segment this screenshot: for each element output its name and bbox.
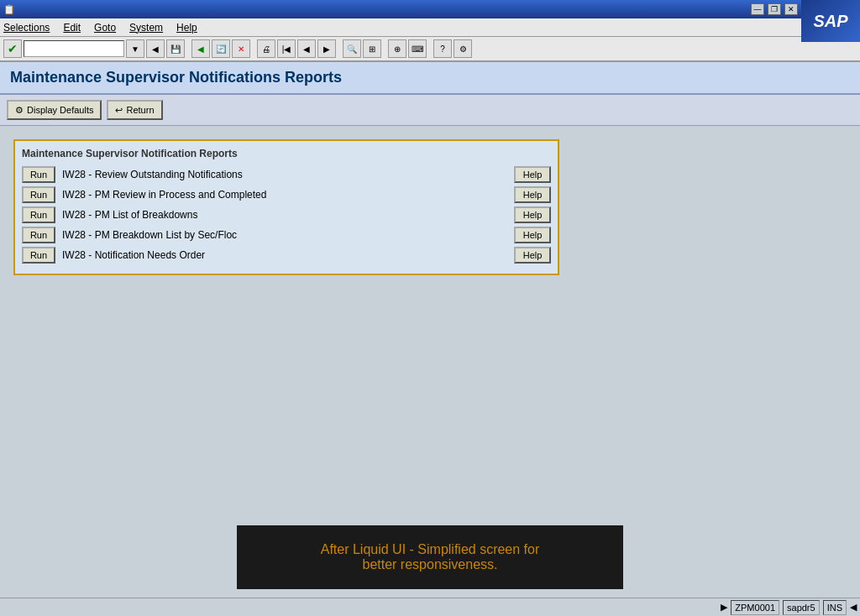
page-header: Maintenance Supervisor Notifications Rep… (0, 62, 860, 95)
title-bar: 📋 SAP — ❐ ✕ (0, 0, 860, 18)
forward-icon: 🔄 (216, 44, 226, 54)
run-button-5[interactable]: Run (22, 247, 55, 264)
status-arrow-icon: ◀ (850, 602, 857, 613)
stop-button[interactable]: ✕ (232, 39, 250, 58)
restore-button[interactable]: ❐ (768, 3, 781, 15)
save-button[interactable]: 💾 (166, 39, 185, 58)
customize-icon: ⚙ (459, 44, 467, 54)
report-container: Maintenance Supervisor Notification Repo… (13, 139, 559, 275)
report-row: RunIW28 - Review Outstanding Notificatio… (22, 166, 551, 183)
report-label-1: IW28 - Review Outstanding Notifications (62, 169, 507, 180)
check-button[interactable]: ✔ (3, 39, 22, 58)
shortcuts-icon: ⌨ (412, 44, 423, 54)
print-button[interactable]: 🖨 (257, 39, 275, 58)
new-session-icon: ⊕ (394, 44, 401, 54)
extended-search-button[interactable]: ⊞ (363, 39, 381, 58)
system-field: sapdr5 (783, 600, 820, 615)
print-icon: 🖨 (262, 44, 270, 54)
help-button-1[interactable]: Help (514, 166, 551, 183)
watermark-line2: better responsiveness. (270, 557, 590, 572)
report-row: RunIW28 - PM Review in Process and Compl… (22, 186, 551, 203)
report-label-3: IW28 - PM List of Breakdowns (62, 209, 507, 221)
check-icon: ✔ (8, 42, 18, 55)
main-content: Maintenance Supervisor Notification Repo… (0, 126, 860, 289)
first-page-button[interactable]: |◀ (277, 39, 296, 58)
dropdown-arrow-icon: ▼ (131, 44, 139, 54)
report-row: RunIW28 - PM Breakdown List by Sec/FlocH… (22, 227, 551, 243)
watermark-line1: After Liquid UI - Simplified screen for (270, 542, 590, 557)
customize-button[interactable]: ⚙ (454, 39, 472, 58)
menu-item-selections[interactable]: Selections (3, 22, 50, 34)
search-button[interactable]: 🔍 (343, 39, 361, 58)
prev-button[interactable]: ◀ (146, 39, 165, 58)
next-page-icon: ▶ (323, 44, 330, 54)
menu-item-system[interactable]: System (129, 22, 163, 34)
report-row: RunIW28 - Notification Needs OrderHelp (22, 247, 551, 264)
display-defaults-label: Display Defaults (27, 105, 93, 115)
action-bar: ⚙ Display Defaults ↩ Return (0, 95, 860, 126)
display-defaults-icon: ⚙ (15, 105, 24, 116)
report-label-4: IW28 - PM Breakdown List by Sec/Floc (62, 229, 507, 241)
return-button[interactable]: ↩ Return (107, 100, 162, 120)
status-bar: ▶ ZPM0001 sapdr5 INS ◀ (0, 598, 860, 616)
status-nav-icon: ▶ (721, 602, 727, 613)
help-button-3[interactable]: Help (514, 206, 551, 223)
command-input[interactable] (24, 40, 124, 57)
prev-page-button[interactable]: ◀ (297, 39, 316, 58)
return-icon: ↩ (115, 105, 123, 116)
shortcuts-button[interactable]: ⌨ (408, 39, 427, 58)
mode-field: INS (823, 600, 847, 615)
run-button-1[interactable]: Run (22, 166, 55, 183)
help-button-4[interactable]: Help (514, 227, 551, 243)
sap-logo-text: SAP (813, 12, 847, 31)
report-rows: RunIW28 - Review Outstanding Notificatio… (22, 166, 551, 264)
search-icon: 🔍 (347, 44, 357, 54)
close-button[interactable]: ✕ (784, 3, 798, 15)
new-session-button[interactable]: ⊕ (388, 39, 406, 58)
watermark: After Liquid UI - Simplified screen for … (237, 525, 623, 589)
stop-icon: ✕ (238, 44, 244, 54)
sap-logo: SAP (801, 0, 860, 42)
save-icon: 💾 (170, 44, 181, 54)
help-button-2[interactable]: Help (514, 186, 551, 203)
help-button[interactable]: ? (433, 39, 452, 58)
page-title: Maintenance Supervisor Notifications Rep… (10, 69, 342, 86)
app-icon: 📋 (3, 4, 15, 15)
first-page-icon: |◀ (282, 44, 291, 54)
return-label: Return (126, 105, 154, 115)
help-icon: ? (440, 44, 445, 54)
run-button-4[interactable]: Run (22, 227, 55, 243)
back-icon: ◀ (197, 44, 204, 54)
report-row: RunIW28 - PM List of BreakdownsHelp (22, 206, 551, 223)
run-button-3[interactable]: Run (22, 206, 55, 223)
report-label-5: IW28 - Notification Needs Order (62, 249, 507, 261)
menu-item-goto[interactable]: Goto (94, 22, 116, 34)
menu-bar: Selections Edit Goto System Help (0, 18, 860, 37)
minimize-button[interactable]: — (751, 3, 764, 15)
help-button-5[interactable]: Help (514, 247, 551, 264)
menu-item-edit[interactable]: Edit (63, 22, 81, 34)
report-label-2: IW28 - PM Review in Process and Complete… (62, 189, 507, 201)
toolbar: ✔ ▼ ◀ 💾 ◀ 🔄 ✕ 🖨 |◀ ◀ ▶ 🔍 ⊞ ⊕ ⌨ (0, 37, 860, 62)
prev-page-icon: ◀ (303, 44, 310, 54)
back-button[interactable]: ◀ (191, 39, 210, 58)
title-bar-controls: — ❐ ✕ (751, 3, 798, 15)
extended-search-icon: ⊞ (369, 44, 375, 54)
transaction-field: ZPM0001 (731, 600, 779, 615)
next-page-button[interactable]: ▶ (317, 39, 336, 58)
prev-icon: ◀ (152, 44, 159, 54)
report-container-title: Maintenance Supervisor Notification Repo… (22, 148, 551, 159)
dropdown-arrow-button[interactable]: ▼ (126, 39, 144, 58)
menu-item-help[interactable]: Help (176, 22, 197, 34)
display-defaults-button[interactable]: ⚙ Display Defaults (7, 100, 102, 120)
run-button-2[interactable]: Run (22, 186, 55, 203)
title-bar-left: 📋 (3, 4, 15, 15)
forward-button[interactable]: 🔄 (212, 39, 230, 58)
